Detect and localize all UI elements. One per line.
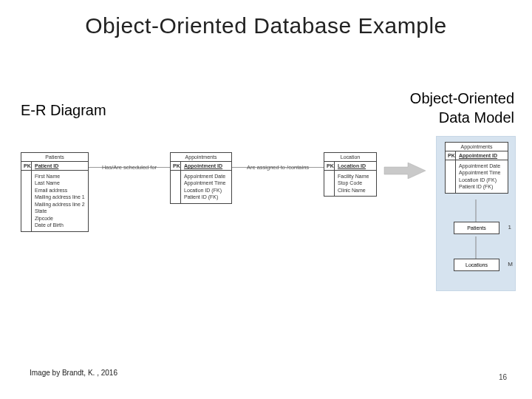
- relation-label-1: Has/Are scheduled for: [95, 164, 164, 171]
- entity-patients-attrs: First Name Last Name Email address Maili…: [21, 171, 88, 231]
- entity-patients-pkrow: PK Patient ID: [21, 162, 88, 171]
- oo-locations-box: Locations: [454, 259, 499, 271]
- er-diagram: Patients PK Patient ID First Name Last N…: [21, 148, 516, 296]
- pk-label: PK: [324, 162, 335, 170]
- oo-appointments-attrs: Appointment Date Appointment Time Locati…: [446, 160, 508, 193]
- attr: Appointment Date: [459, 163, 505, 169]
- attr: Location ID (FK): [184, 187, 228, 194]
- attr: Email address: [35, 187, 85, 194]
- attr: Stop Code: [338, 180, 373, 186]
- arrow-icon: [383, 163, 427, 179]
- cardinality-1: 1: [508, 224, 511, 231]
- oo-appointments-title: Appointments: [446, 143, 508, 151]
- attr: Appointment Date: [184, 173, 228, 180]
- label-oo-line1: Object-Oriented: [410, 89, 514, 108]
- label-oo-data-model: Object-Oriented Data Model: [410, 89, 514, 127]
- entity-location: Location PK Location ID Facility Name St…: [324, 152, 377, 197]
- entity-location-title: Location: [324, 153, 376, 162]
- pk-field: Appointment ID: [456, 151, 508, 160]
- entity-location-attrs: Facility Name Stop Code Clinic Name: [324, 171, 376, 196]
- attr: Facility Name: [338, 173, 373, 180]
- image-credit: Image by Brandt, K. , 2016: [30, 369, 117, 377]
- entity-appointments-attrs: Appointment Date Appointment Time Locati…: [171, 171, 231, 203]
- pk-label: PK: [21, 162, 32, 170]
- cardinality-m: M: [508, 261, 513, 267]
- attr: First Name: [35, 173, 85, 180]
- relation-label-2: Are assigned to /contains: [238, 164, 318, 171]
- oo-appointments: Appointments PK Appointment ID Appointme…: [445, 142, 508, 194]
- entity-patients-title: Patients: [21, 153, 88, 162]
- oo-patients-box: Patients: [454, 222, 499, 234]
- pk-field: Patient ID: [32, 162, 88, 170]
- attr: Appointment Time: [184, 180, 228, 186]
- attr: Mailing address line 1: [35, 194, 85, 200]
- attr: Appointment Time: [459, 169, 505, 176]
- pk-label: PK: [171, 162, 181, 170]
- label-oo-line2: Data Model: [410, 108, 514, 127]
- attr: Patient ID (FK): [184, 194, 228, 200]
- attr: Clinic Name: [338, 187, 373, 194]
- attr: Location ID (FK): [459, 177, 505, 183]
- page-number: 16: [499, 373, 507, 381]
- attr: Patient ID (FK): [459, 183, 505, 190]
- entity-appointments: Appointments PK Appointment ID Appointme…: [170, 152, 232, 204]
- slide-title: Object-Oriented Database Example: [0, 13, 532, 38]
- pk-field: Location ID: [335, 162, 376, 170]
- attr: Last Name: [35, 180, 85, 186]
- attr: Zipcode: [35, 215, 85, 222]
- slide: Object-Oriented Database Example E-R Dia…: [0, 0, 532, 399]
- oo-appointments-pkrow: PK Appointment ID: [446, 151, 508, 160]
- entity-appointments-title: Appointments: [171, 153, 231, 162]
- attr: State: [35, 208, 85, 214]
- entity-location-pkrow: PK Location ID: [324, 162, 376, 171]
- entity-patients: Patients PK Patient ID First Name Last N…: [21, 152, 89, 232]
- entity-appointments-pkrow: PK Appointment ID: [171, 162, 231, 171]
- label-er-diagram: E-R Diagram: [21, 102, 106, 119]
- attr: Date of Birth: [35, 222, 85, 228]
- attr: Mailing address line 2: [35, 201, 85, 208]
- pk-field: Appointment ID: [181, 162, 231, 170]
- pk-label: PK: [446, 151, 456, 160]
